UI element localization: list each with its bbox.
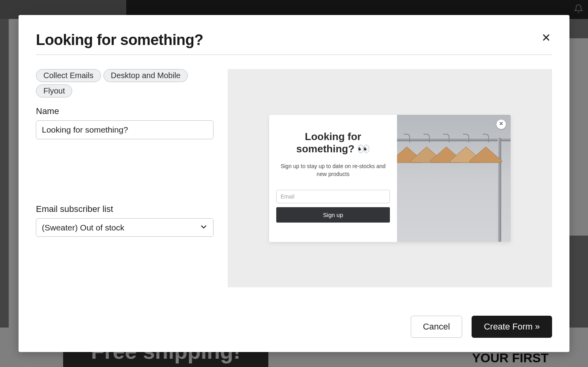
preview-panel: Looking for something? 👀 Sign up to stay… [228, 69, 552, 301]
preview-form-side: Looking for something? 👀 Sign up to stay… [269, 115, 397, 242]
modal-title: Looking for something? [36, 32, 203, 49]
cancel-button[interactable]: Cancel [411, 316, 462, 338]
name-field-group: Name [36, 106, 213, 139]
modal-header: Looking for something? [36, 32, 552, 49]
hangers-illustration [397, 115, 511, 242]
list-select-wrap: (Sweater) Out of stock [36, 218, 213, 237]
chip-collect-emails: Collect Emails [36, 69, 101, 82]
preview-title: Looking for something? 👀 [276, 131, 390, 155]
form-left-panel: Collect Emails Desktop and Mobile Flyout… [36, 69, 213, 301]
chip-desktop-mobile: Desktop and Mobile [103, 69, 188, 82]
list-field-group: Email subscriber list (Sweater) Out of s… [36, 204, 213, 237]
preview-subtitle: Sign up to stay up to date on re-stocks … [276, 162, 390, 178]
preview-card: Looking for something? 👀 Sign up to stay… [269, 115, 511, 242]
spacer-2 [36, 248, 213, 301]
preview-close-button[interactable] [496, 120, 506, 129]
header-divider [36, 54, 552, 55]
spacer [36, 150, 213, 204]
modal-body: Collect Emails Desktop and Mobile Flyout… [36, 69, 552, 301]
preview-image-side [397, 115, 511, 242]
close-icon [541, 38, 551, 44]
name-input[interactable] [36, 120, 213, 139]
name-label: Name [36, 106, 213, 116]
preview-signup-button[interactable]: Sign up [276, 207, 390, 223]
preview-email-input[interactable] [276, 190, 390, 203]
preview-canvas: Looking for something? 👀 Sign up to stay… [228, 69, 552, 287]
create-form-modal: Looking for something? Collect Emails De… [19, 15, 569, 352]
modal-footer: Cancel Create Form » [36, 316, 552, 338]
subscriber-list-select[interactable]: (Sweater) Out of stock [36, 218, 213, 237]
chip-flyout: Flyout [36, 84, 72, 97]
list-label: Email subscriber list [36, 204, 213, 214]
hanger-icon [468, 138, 504, 181]
close-button[interactable] [540, 32, 552, 45]
close-icon [499, 121, 504, 127]
create-form-button[interactable]: Create Form » [472, 316, 552, 338]
tag-chip-row: Collect Emails Desktop and Mobile Flyout [36, 69, 213, 97]
